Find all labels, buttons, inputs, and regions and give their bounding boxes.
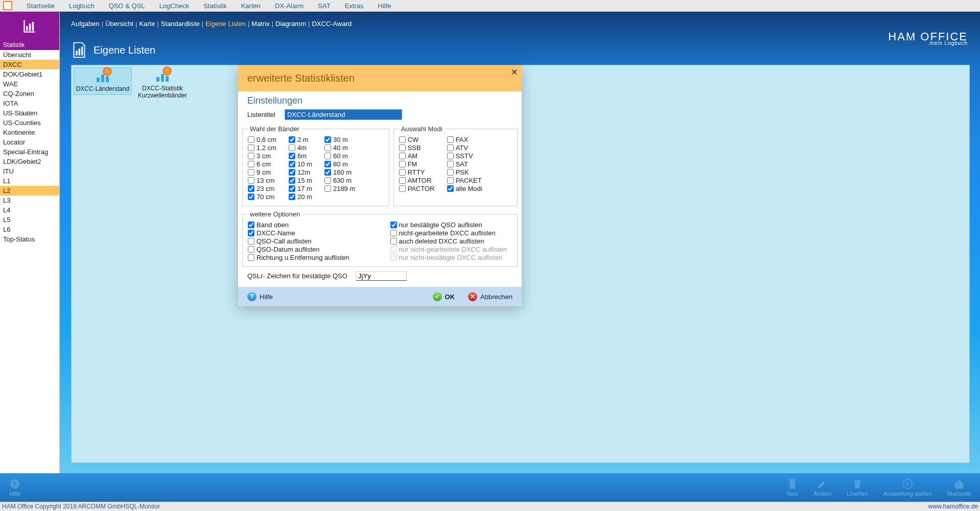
- footer-sql[interactable]: SQL-Monitor: [125, 503, 160, 510]
- sidebar-item[interactable]: Top-Status: [0, 234, 59, 244]
- sidebar-item[interactable]: Übersicht: [0, 50, 59, 60]
- checkbox-AM[interactable]: AM: [399, 152, 435, 160]
- checkbox-10-m[interactable]: 10 m: [289, 160, 312, 168]
- menu-item[interactable]: Hilfe: [378, 2, 391, 10]
- checkbox-70-cm[interactable]: 70 cm: [248, 193, 276, 201]
- toolbar-help[interactable]: ? Hilfe: [9, 478, 20, 497]
- toolbar-edit[interactable]: Ändern: [813, 478, 831, 497]
- checkbox-12m[interactable]: 12m: [289, 168, 312, 176]
- toolbar-new[interactable]: Neu: [787, 478, 798, 497]
- ok-button[interactable]: ✓OK: [433, 292, 455, 301]
- menu-item[interactable]: SAT: [318, 2, 330, 10]
- checkbox-40-m[interactable]: 40 m: [324, 144, 355, 152]
- checkbox-0,6-cm[interactable]: 0,6 cm: [248, 136, 276, 143]
- checkbox-PACKET[interactable]: PACKET: [447, 177, 482, 184]
- checkbox-2-m[interactable]: 2 m: [289, 136, 312, 143]
- checkbox-Richtung-u.Entfernung-auflisten[interactable]: Richtung u.Entfernung auflisten: [248, 254, 370, 261]
- toolbar-start[interactable]: Startseite: [947, 478, 971, 497]
- subtab[interactable]: Aufgaben: [71, 20, 100, 28]
- checkbox-2189-m[interactable]: 2189 m: [324, 185, 355, 192]
- subtab[interactable]: DXCC-Award: [312, 20, 352, 28]
- close-icon[interactable]: ✕: [511, 67, 518, 77]
- checkbox-9-cm[interactable]: 9 cm: [248, 168, 276, 176]
- sidebar-item[interactable]: L1: [0, 176, 59, 186]
- checkbox-PACTOR[interactable]: PACTOR: [399, 185, 435, 192]
- sidebar-item[interactable]: LDK/Gebiet2: [0, 157, 59, 166]
- checkbox-15-m[interactable]: 15 m: [289, 177, 312, 184]
- sidebar-item[interactable]: L2: [0, 186, 59, 196]
- sidebar-item[interactable]: L4: [0, 205, 59, 215]
- checkbox-80-m[interactable]: 80 m: [324, 160, 355, 168]
- listentitel-input[interactable]: [285, 109, 402, 120]
- checkbox-FM[interactable]: FM: [399, 160, 435, 168]
- checkbox-SSTV[interactable]: SSTV: [447, 152, 482, 160]
- menu-item[interactable]: Extras: [345, 2, 364, 10]
- list-item-dxcc-laenderstand[interactable]: DXCC-Länderstand: [74, 67, 132, 95]
- checkbox-SAT[interactable]: SAT: [447, 160, 482, 168]
- sidebar-item[interactable]: Special-Eintrag: [0, 147, 59, 157]
- menu-item[interactable]: Startseite: [27, 2, 55, 10]
- sidebar-item[interactable]: US-Counties: [0, 118, 59, 128]
- checkbox-nicht-gearbeitete-DXCC-auflisten[interactable]: nicht-gearbeitete DXCC auflisten: [390, 229, 512, 237]
- checkbox-1.2-cm[interactable]: 1.2 cm: [248, 144, 276, 152]
- subtab[interactable]: Übersicht: [105, 20, 133, 28]
- sidebar-item[interactable]: WAE: [0, 79, 59, 89]
- sidebar-item[interactable]: Locator: [0, 137, 59, 147]
- home-icon[interactable]: [3, 1, 12, 10]
- checkbox-RTTY[interactable]: RTTY: [399, 168, 435, 176]
- sidebar-item[interactable]: L3: [0, 196, 59, 205]
- checkbox-QSO-Datum-auflisten[interactable]: QSO-Datum auflisten: [248, 246, 370, 253]
- checkbox-20-m[interactable]: 20 m: [289, 193, 312, 201]
- checkbox-FAX[interactable]: FAX: [447, 136, 482, 143]
- menu-item[interactable]: LogCheck: [159, 2, 190, 10]
- list-item-dxcc-statistik[interactable]: DXCC-Statistik Kurzwellenbänder: [134, 67, 191, 99]
- checkbox-alle-Modi[interactable]: alle Modi: [447, 185, 482, 192]
- qslr-input[interactable]: [356, 271, 407, 281]
- checkbox-PSK[interactable]: PSK: [447, 168, 482, 176]
- subtab[interactable]: Karte: [139, 20, 155, 28]
- toolbar-run[interactable]: Auswertung starten: [883, 478, 932, 497]
- checkbox-23-cm[interactable]: 23 cm: [248, 185, 276, 192]
- menu-item[interactable]: QSO & QSL: [109, 2, 145, 10]
- menu-item[interactable]: Karten: [241, 2, 261, 10]
- checkbox-SSB[interactable]: SSB: [399, 144, 435, 152]
- checkbox-60-m[interactable]: 60 m: [324, 152, 355, 160]
- checkbox-Band-oben[interactable]: Band oben: [248, 221, 370, 229]
- checkbox-13-cm[interactable]: 13 cm: [248, 177, 276, 184]
- subtab[interactable]: Diagramm: [275, 20, 306, 28]
- sidebar-item[interactable]: IOTA: [0, 99, 59, 108]
- checkbox-6m[interactable]: 6m: [289, 152, 312, 160]
- checkbox-30-m[interactable]: 30 m: [324, 136, 355, 143]
- sidebar-item[interactable]: L5: [0, 215, 59, 225]
- menu-item[interactable]: Statistik: [203, 2, 227, 10]
- checkbox-CW[interactable]: CW: [399, 136, 435, 143]
- sidebar-item[interactable]: Kontinente: [0, 128, 59, 137]
- checkbox-17-m[interactable]: 17 m: [289, 185, 312, 192]
- menu-item[interactable]: Logbuch: [69, 2, 95, 10]
- sidebar-item[interactable]: DXCC: [0, 60, 59, 69]
- cancel-button[interactable]: ✕Abbrechen: [468, 292, 512, 301]
- checkbox-160-m[interactable]: 160 m: [324, 168, 355, 176]
- sidebar-item[interactable]: CQ-Zonen: [0, 89, 59, 99]
- checkbox-ATV[interactable]: ATV: [447, 144, 482, 152]
- sidebar-item[interactable]: ITU: [0, 166, 59, 176]
- sidebar-item[interactable]: US-Staaten: [0, 108, 59, 118]
- checkbox-QSO-Call-auflisten[interactable]: QSO-Call auflisten: [248, 237, 370, 245]
- checkbox-630-m[interactable]: 630 m: [324, 177, 355, 184]
- menu-item[interactable]: DX-Alarm: [275, 2, 304, 10]
- checkbox-4m[interactable]: 4m: [289, 144, 312, 152]
- checkbox-DXCC-Name[interactable]: DXCC-Name: [248, 229, 370, 237]
- checkbox-AMTOR[interactable]: AMTOR: [399, 177, 435, 184]
- subtab[interactable]: Matrix: [251, 20, 269, 28]
- help-button[interactable]: ?Hilfe: [247, 292, 273, 301]
- checkbox-auch-deleted-DXCC-auflisten[interactable]: auch deleted DXCC auflisten: [390, 237, 512, 245]
- checkbox-nur-bestätigte-QSO-auflisten[interactable]: nur bestätigte QSO auflisten: [390, 221, 512, 229]
- checkbox-3-cm[interactable]: 3 cm: [248, 152, 276, 160]
- subtab[interactable]: Eigene Listen: [205, 20, 246, 28]
- toolbar-delete[interactable]: Löschen: [847, 478, 868, 497]
- footer-link[interactable]: www.hamoffice.de: [928, 503, 978, 510]
- sidebar-item[interactable]: DOK/Gebiet1: [0, 69, 59, 79]
- checkbox-6-cm[interactable]: 6 cm: [248, 160, 276, 168]
- subtab[interactable]: Standardliste: [161, 20, 200, 28]
- sidebar-item[interactable]: L6: [0, 225, 59, 234]
